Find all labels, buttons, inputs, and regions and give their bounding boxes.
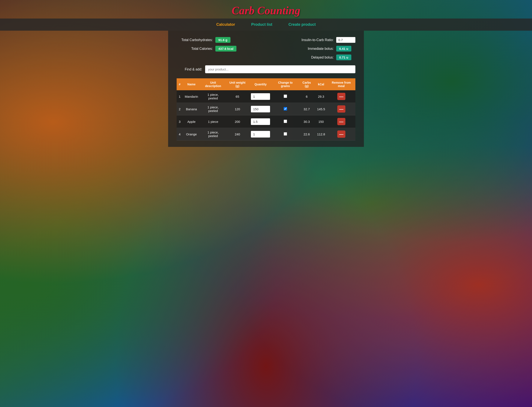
nav-product-list[interactable]: Product list [249, 22, 274, 28]
app-title: Carb Counting [0, 4, 532, 17]
remove-button-0[interactable]: — [337, 93, 345, 100]
change-to-grams-checkbox-1[interactable] [284, 107, 287, 110]
cell-quantity-1 [249, 103, 272, 115]
cell-name-3: Orange [183, 128, 200, 141]
immediate-bolus-label: Immediate bolus: [295, 47, 334, 51]
cell-kcal-3: 112.8 [315, 128, 327, 141]
cell-kcal-2: 150 [315, 115, 327, 128]
table-row: 3 Apple 1 piece 200 30.3 150 — [177, 115, 355, 128]
cell-unit-desc-2: 1 piece [200, 115, 226, 128]
total-calories-value: 437.6 kcal [215, 46, 236, 52]
col-header-quantity: Quantity [249, 78, 272, 90]
find-add-input[interactable] [205, 65, 355, 73]
col-header-kcal: kCal [315, 78, 327, 90]
change-to-grams-checkbox-2[interactable] [284, 120, 287, 123]
total-carbs-label: Total Carbohydrates: [177, 38, 213, 42]
stats-section: Total Carbohydrates: 91.6 g Total Calori… [177, 37, 355, 60]
cell-num-3: 4 [177, 128, 183, 141]
insulin-ratio-label: Insulin-to-Carb Ratio: [295, 38, 334, 42]
find-add-section: Find & add: [177, 65, 355, 73]
table-header: # Name Unit description Unit weight (g) … [177, 78, 355, 90]
col-header-unit-weight: Unit weight (g) [226, 78, 249, 90]
remove-button-2[interactable]: — [337, 118, 345, 125]
cell-kcal-1: 145.5 [315, 103, 327, 115]
cell-unit-weight-1: 120 [226, 103, 249, 115]
insulin-ratio-row: Insulin-to-Carb Ratio: [295, 37, 355, 43]
remove-button-3[interactable]: — [337, 131, 345, 138]
change-to-grams-checkbox-3[interactable] [284, 132, 287, 136]
stats-right: Insulin-to-Carb Ratio: Immediate bolus: … [295, 37, 355, 60]
insulin-ratio-input[interactable] [336, 37, 355, 43]
col-header-unit-desc: Unit description [200, 78, 226, 90]
cell-carbs-1: 32.7 [298, 103, 315, 115]
remove-button-1[interactable]: — [337, 105, 345, 113]
nav-calculator[interactable]: Calculator [215, 22, 237, 28]
table-row: 1 Mandarin 1 piece, peeled 65 6 29.3 — [177, 90, 355, 103]
cell-quantity-3 [249, 128, 272, 141]
cell-remove-2: — [327, 115, 355, 128]
cell-change-grams-2 [272, 115, 298, 128]
cell-unit-desc-3: 1 piece, peeled [200, 128, 226, 141]
delayed-bolus-value: 0.71 u [336, 55, 351, 60]
total-carbs-row: Total Carbohydrates: 91.6 g [177, 37, 236, 43]
immediate-bolus-value: 6.41 u [336, 46, 351, 52]
delayed-bolus-row: Delayed bolus: 0.71 u [295, 55, 355, 60]
table-row: 2 Banana 1 piece, peeled 120 32.7 145.5 … [177, 103, 355, 115]
change-to-grams-checkbox-0[interactable] [284, 94, 287, 98]
col-header-change-to-grams: Change to grams [272, 78, 298, 90]
col-header-remove: Remove from meal [327, 78, 355, 90]
find-add-label: Find & add: [177, 68, 202, 71]
immediate-bolus-row: Immediate bolus: 6.41 u [295, 46, 355, 52]
cell-num-2: 3 [177, 115, 183, 128]
cell-num-0: 1 [177, 90, 183, 103]
cell-unit-desc-1: 1 piece, peeled [200, 103, 226, 115]
table-body: 1 Mandarin 1 piece, peeled 65 6 29.3 — 2… [177, 90, 355, 141]
cell-unit-weight-3: 240 [226, 128, 249, 141]
quantity-input-2[interactable] [251, 118, 270, 125]
col-header-name: Name [183, 78, 200, 90]
total-calories-row: Total Calories: 437.6 kcal [177, 46, 236, 52]
cell-name-2: Apple [183, 115, 200, 128]
cell-name-1: Banana [183, 103, 200, 115]
cell-change-grams-0 [272, 90, 298, 103]
col-header-num: # [177, 78, 183, 90]
col-header-carbs: Carbs (g) [298, 78, 315, 90]
cell-unit-weight-0: 65 [226, 90, 249, 103]
main-content: Total Carbohydrates: 91.6 g Total Calori… [168, 31, 364, 147]
table-row: 4 Orange 1 piece, peeled 240 22.6 112.8 … [177, 128, 355, 141]
cell-kcal-0: 29.3 [315, 90, 327, 103]
cell-carbs-2: 30.3 [298, 115, 315, 128]
cell-change-grams-3 [272, 128, 298, 141]
cell-quantity-0 [249, 90, 272, 103]
nav-bar: Calculator Product list Create product [0, 18, 532, 31]
cell-remove-1: — [327, 103, 355, 115]
total-carbs-value: 91.6 g [215, 37, 231, 43]
cell-name-0: Mandarin [183, 90, 200, 103]
quantity-input-0[interactable] [251, 93, 270, 100]
nav-create-product[interactable]: Create product [287, 22, 317, 28]
delayed-bolus-label: Delayed bolus: [295, 55, 334, 59]
cell-unit-desc-0: 1 piece, peeled [200, 90, 226, 103]
cell-change-grams-1 [272, 103, 298, 115]
cell-carbs-0: 6 [298, 90, 315, 103]
cell-remove-3: — [327, 128, 355, 141]
cell-remove-0: — [327, 90, 355, 103]
cell-carbs-3: 22.6 [298, 128, 315, 141]
total-calories-label: Total Calories: [177, 47, 213, 51]
cell-quantity-2 [249, 115, 272, 128]
cell-num-1: 2 [177, 103, 183, 115]
cell-unit-weight-2: 200 [226, 115, 249, 128]
quantity-input-1[interactable] [251, 106, 270, 112]
stats-left: Total Carbohydrates: 91.6 g Total Calori… [177, 37, 236, 52]
quantity-input-3[interactable] [251, 131, 270, 138]
product-table: # Name Unit description Unit weight (g) … [177, 78, 355, 141]
